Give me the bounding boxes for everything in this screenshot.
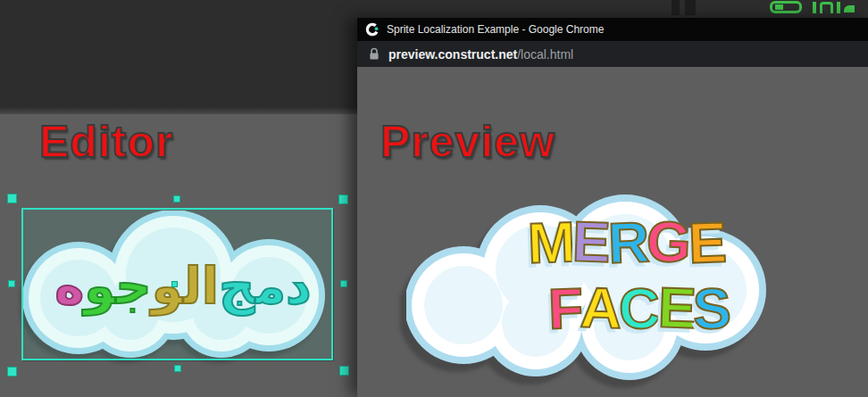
letter-segment: E	[572, 212, 609, 270]
lock-icon[interactable]	[369, 47, 380, 61]
url-host: preview.construct.net	[388, 47, 517, 62]
clipped-green-text-fragment	[813, 2, 868, 13]
sprite-origin-marker[interactable]	[171, 281, 178, 287]
green-device-icon-inner	[775, 4, 783, 10]
url-path: /local.html	[517, 47, 573, 62]
panel-divider	[672, 0, 680, 15]
panel-divider	[685, 0, 696, 15]
resize-handle-top-middle[interactable]	[173, 195, 180, 203]
chrome-window: Sprite Localization Example - Google Chr…	[357, 18, 868, 397]
green-device-icon[interactable]	[770, 1, 802, 13]
letter-segment: M	[527, 213, 574, 272]
chrome-urlbar[interactable]: preview.construct.net/local.html	[357, 41, 868, 67]
preview-heading: Preview	[380, 116, 555, 168]
letter-segment: S	[692, 279, 730, 337]
resize-handle-middle-right[interactable]	[340, 280, 347, 287]
resize-handle-bottom-left[interactable]	[7, 367, 17, 376]
construct-logo-icon	[365, 22, 380, 37]
letter-segment: R	[607, 213, 647, 271]
letter-segment: F	[547, 279, 581, 337]
resize-handle-bottom-middle[interactable]	[174, 365, 181, 372]
letter-segment: G	[646, 212, 689, 271]
editor-heading: Editor	[39, 116, 173, 168]
letter-segment: E	[656, 278, 694, 336]
resize-handle-top-left[interactable]	[7, 194, 17, 203]
screen: Editor دمج الوجوه	[0, 0, 868, 397]
url-text: preview.construct.net/local.html	[388, 47, 573, 62]
resize-handle-middle-left[interactable]	[8, 280, 15, 287]
localized-sprite-text-line2: FACES	[523, 279, 754, 336]
window-title: Sprite Localization Example - Google Chr…	[387, 23, 604, 36]
preview-game-canvas: Preview MERGE FACES	[357, 67, 868, 397]
resize-handle-top-right[interactable]	[338, 194, 348, 204]
letter-segment: A	[580, 278, 620, 336]
localized-sprite-text-line1: MERGE	[497, 213, 755, 270]
chrome-titlebar[interactable]: Sprite Localization Example - Google Chr…	[357, 18, 868, 41]
letter-segment: C	[618, 279, 658, 337]
resize-handle-bottom-right[interactable]	[339, 366, 349, 376]
letter-segment: E	[688, 213, 725, 271]
